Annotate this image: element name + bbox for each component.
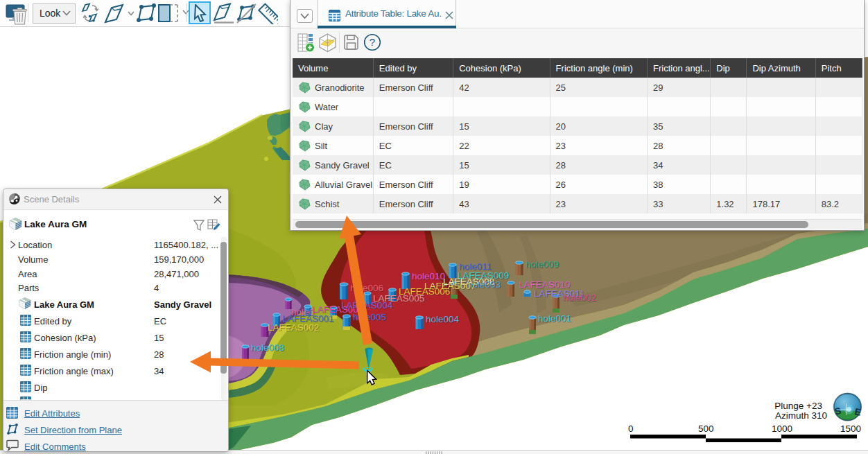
svg-text:1000: 1000 bbox=[772, 424, 792, 434]
svg-text:hole004: hole004 bbox=[426, 314, 460, 324]
svg-text:hole005: hole005 bbox=[353, 312, 386, 322]
svg-text:hole010: hole010 bbox=[412, 271, 445, 281]
svg-text:hole001: hole001 bbox=[538, 313, 571, 324]
svg-text:hole002: hole002 bbox=[563, 293, 596, 303]
svg-text:hole008: hole008 bbox=[251, 342, 284, 353]
svg-text:0: 0 bbox=[628, 424, 634, 434]
svg-text:hole006: hole006 bbox=[350, 283, 383, 293]
svg-text:1500: 1500 bbox=[840, 424, 861, 434]
svg-text:?: ? bbox=[370, 36, 375, 48]
svg-text:hole0: hole0 bbox=[291, 307, 314, 317]
svg-text:LAFEAS007: LAFEAS007 bbox=[424, 281, 476, 291]
svg-text:500: 500 bbox=[698, 424, 714, 434]
svg-text:Plunge +23: Plunge +23 bbox=[774, 401, 822, 411]
svg-text:hole009: hole009 bbox=[526, 259, 559, 270]
svg-text:LAFEAS002: LAFEAS002 bbox=[268, 322, 319, 333]
svg-text:Azimuth 310: Azimuth 310 bbox=[775, 410, 827, 421]
